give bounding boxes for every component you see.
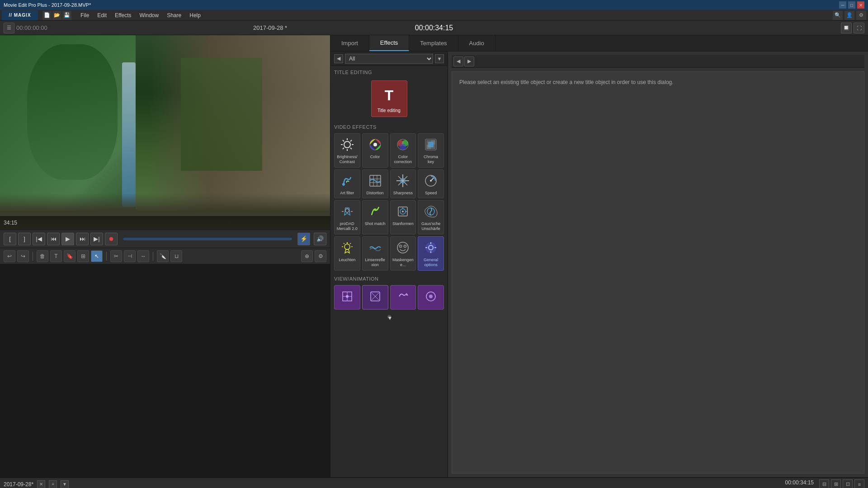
- effect-color-correction[interactable]: Color correction: [390, 133, 416, 168]
- effect-stanformen[interactable]: Stanformen: [390, 200, 416, 235]
- tab-templates[interactable]: Templates: [409, 35, 458, 51]
- maximize-button[interactable]: □: [848, 1, 855, 9]
- titlebar-title: Movie Edit Pro Plus - 2017-09-28.MVP*: [4, 2, 91, 8]
- extra-btn2[interactable]: ⚙: [315, 250, 326, 262]
- svg-point-63: [346, 295, 349, 298]
- svg-point-14: [400, 144, 406, 150]
- menu-file[interactable]: File: [77, 11, 93, 19]
- effect-leuchten[interactable]: Leuchten: [334, 236, 360, 271]
- split-tool[interactable]: ⊣: [124, 250, 136, 262]
- add-track-btn[interactable]: +: [49, 480, 57, 488]
- track-dropdown[interactable]: ▼: [61, 480, 69, 488]
- menu-window[interactable]: Window: [136, 11, 163, 19]
- menu-help[interactable]: Help: [186, 11, 204, 19]
- close-button[interactable]: ✕: [857, 1, 864, 9]
- menu-icon-extra1[interactable]: 🔍: [833, 11, 843, 20]
- transport-record[interactable]: ⏺: [105, 233, 118, 245]
- tab-import[interactable]: Import: [330, 35, 369, 51]
- effect-shot-match[interactable]: Shot match: [362, 200, 388, 235]
- prodad-icon: [339, 203, 355, 220]
- tab-audio[interactable]: Audio: [458, 35, 495, 51]
- preview-overlay: 34:15: [0, 216, 330, 230]
- brightness-label: Brightness/Contrast: [337, 155, 357, 164]
- playhead-slider[interactable]: [123, 238, 292, 240]
- effect-color[interactable]: Color: [362, 133, 388, 168]
- effects-filter-select[interactable]: All: [345, 54, 433, 64]
- hamburger-menu[interactable]: ☰: [4, 23, 14, 33]
- transport-in-point[interactable]: [: [4, 233, 16, 245]
- select-tool[interactable]: ↖: [91, 250, 103, 262]
- menu-icon-new[interactable]: 📄: [42, 11, 52, 20]
- menu-edit[interactable]: Edit: [94, 11, 110, 19]
- preview-timecode: 34:15: [4, 220, 17, 226]
- effect-chroma-key[interactable]: Chroma key: [418, 133, 444, 168]
- transport-goto-out[interactable]: ▶|: [90, 233, 103, 245]
- effect-distortion[interactable]: Distortion: [362, 169, 388, 199]
- minimize-button[interactable]: ─: [839, 1, 846, 9]
- close-project-tab[interactable]: ✕: [37, 480, 45, 488]
- view-anim-4[interactable]: [418, 285, 444, 310]
- effect-art-filter[interactable]: Art filter: [334, 169, 360, 199]
- transport-next[interactable]: ⏭: [76, 233, 89, 245]
- snap-btn[interactable]: 🔲: [841, 23, 852, 33]
- effect-prodad[interactable]: proDAD Mercalli 2.0: [334, 200, 360, 235]
- title-editor-toolbar: ◀ ▶: [452, 55, 864, 68]
- undo-btn[interactable]: ↩: [4, 250, 15, 262]
- effect-linsenreflexion[interactable]: Linsenreflexion: [362, 236, 388, 271]
- svg-line-47: [344, 243, 344, 244]
- menu-icon-open[interactable]: 📂: [52, 11, 61, 20]
- title-editor-message: Please select an existing title object o…: [459, 79, 857, 85]
- scroll-down-indicator[interactable]: ▼: [387, 315, 391, 319]
- effect-brightness[interactable]: Brightness/Contrast: [334, 133, 360, 168]
- view-anim-1[interactable]: [334, 285, 360, 310]
- svg-point-0: [344, 141, 350, 148]
- menu-effects[interactable]: Effects: [111, 11, 135, 19]
- title-undo[interactable]: ◀: [453, 56, 463, 66]
- sharpness-label: Sharpness: [393, 191, 413, 196]
- redo-btn[interactable]: ↪: [17, 250, 29, 262]
- delete-btn[interactable]: 🗑: [37, 250, 48, 262]
- view-anim-2[interactable]: [362, 285, 388, 310]
- timeline-view-1[interactable]: ⊟: [819, 479, 829, 488]
- effect-maskengene[interactable]: Maskengene...: [390, 236, 416, 271]
- shot-match-icon: [367, 203, 383, 220]
- svg-point-45: [344, 244, 350, 249]
- fullscreen-btn[interactable]: ⛶: [854, 23, 864, 33]
- transport-play[interactable]: ▶: [61, 233, 74, 245]
- trim-tool[interactable]: ✂: [110, 250, 122, 262]
- menu-icon-extra3[interactable]: ⚙: [856, 11, 866, 20]
- transport-special[interactable]: ⚡: [297, 233, 310, 245]
- menu-icon-save[interactable]: 💾: [62, 11, 71, 20]
- chapter-btn[interactable]: 🔖: [64, 250, 75, 262]
- snap-toggle[interactable]: ⊞: [77, 250, 89, 262]
- menu-icon-extra2[interactable]: 👤: [844, 11, 854, 20]
- filter-expand[interactable]: ▼: [435, 54, 444, 63]
- transport-out-point[interactable]: ]: [18, 233, 31, 245]
- effect-speed[interactable]: Speed: [418, 169, 444, 199]
- extra-btn1[interactable]: ⊕: [301, 250, 313, 262]
- spacer-tool[interactable]: ⊔: [170, 250, 182, 262]
- timeline-area: 2017-09-28* ✕ + ▼ 00:00:34:15 ⊟ ⊞ ⊡ ≡ S …: [0, 477, 868, 488]
- video-preview: 34:15: [0, 35, 330, 230]
- title-redo[interactable]: ▶: [464, 56, 474, 66]
- timeline-view-3[interactable]: ⊡: [843, 479, 853, 488]
- sharpness-icon: [395, 173, 411, 189]
- menu-share[interactable]: Share: [163, 11, 185, 19]
- back-btn[interactable]: ◀: [334, 54, 343, 63]
- timeline-view-4[interactable]: ≡: [854, 479, 864, 488]
- effect-gaussian[interactable]: Gaus'sche Unschärfe: [418, 200, 444, 235]
- effect-title-editing[interactable]: T Title editing: [371, 80, 407, 117]
- transport-goto-in[interactable]: |◀: [33, 233, 45, 245]
- text-btn[interactable]: T: [50, 250, 62, 262]
- volume-btn[interactable]: 🔊: [314, 233, 326, 245]
- view-anim-3[interactable]: [390, 285, 416, 310]
- effect-general-options[interactable]: General options: [418, 236, 444, 271]
- tab-effects[interactable]: Effects: [369, 35, 410, 51]
- razor-tool[interactable]: 🔪: [157, 250, 169, 262]
- preview-panel: 34:15 [ ] |◀ ⏮ ▶ ⏭ ▶| ⏺ ⚡ 🔊 ↩ ↪ 🗑: [0, 35, 330, 477]
- move-tool[interactable]: ↔: [137, 250, 149, 262]
- effect-sharpness[interactable]: Sharpness: [390, 169, 416, 199]
- titlebar: Movie Edit Pro Plus - 2017-09-28.MVP* ─ …: [0, 0, 868, 10]
- timeline-view-2[interactable]: ⊞: [831, 479, 841, 488]
- transport-prev[interactable]: ⏮: [47, 233, 60, 245]
